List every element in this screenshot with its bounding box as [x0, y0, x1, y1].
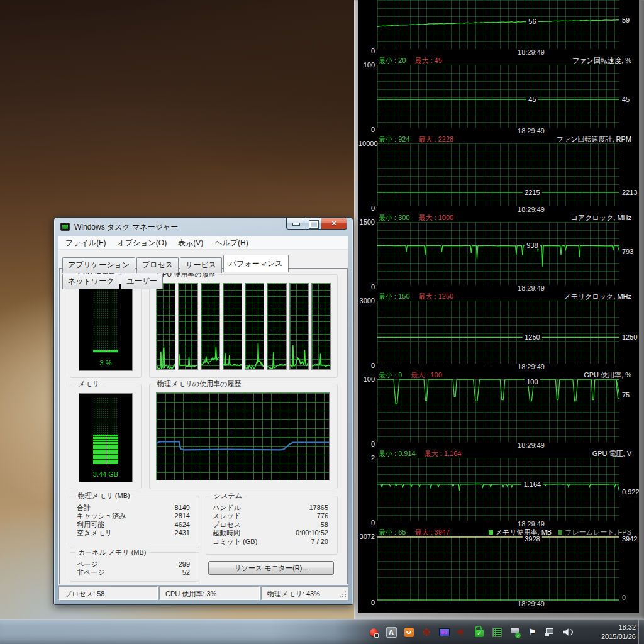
time-label: 18:29:49	[518, 600, 545, 608]
gauge-dim-area	[93, 288, 118, 350]
max-value-label: 最大 : 1250	[419, 292, 454, 300]
series-mid-value: 938	[525, 242, 540, 249]
legend-swatch-icon	[489, 530, 493, 535]
group-title-memory: メモリ	[75, 379, 102, 389]
caption-buttons: ×	[286, 218, 347, 230]
network-icon[interactable]	[543, 624, 556, 640]
tab-3[interactable]: パフォーマンス	[223, 255, 289, 272]
sensor-plot	[377, 143, 619, 206]
tab-4[interactable]: ネットワーク	[62, 274, 119, 289]
afterburner-grid-icon[interactable]	[491, 624, 503, 640]
ime-a-icon[interactable]: A	[385, 624, 397, 640]
group-title-system: システム	[211, 491, 245, 501]
physical-memory-group: 物理メモリ (MB) 合計8149キャッシュ済み2814利用可能4624空きメモ…	[70, 496, 199, 548]
minimize-button[interactable]	[286, 218, 304, 230]
cpu-history-group: CPU 使用率の履歴	[149, 274, 338, 378]
max-value-label: 最大 : 3947	[414, 528, 450, 536]
sensor-plot	[377, 222, 619, 285]
system-rows: ハンドル17865スレッド776プロセス58起動時間0:00:10:52コミット…	[213, 504, 328, 546]
kernel-memory-rows: ページ299非ページ52	[77, 560, 190, 577]
stat-label: キャッシュ済み	[77, 512, 126, 520]
sensor-pane-3: 最小 : 300最大 : 1000コアクロック, MHz938793150001…	[358, 214, 639, 292]
sensor-pane-5: 最小 : 0最大 : 100GPU 使用率, %10075100018:29:4…	[358, 371, 639, 450]
series-right-value: 0	[619, 594, 639, 601]
title-bar[interactable]: Windows タスク マネージャー ×	[54, 218, 353, 236]
cpu-core-history-1	[178, 283, 197, 370]
taskbar: A 60 ✓ ✓ ⚑ 18:32 2015/01/26	[0, 619, 644, 644]
stat-value: 7 / 20	[311, 538, 328, 546]
memory-gauge-fill	[93, 435, 118, 464]
sensor-time-row: 018:29:49	[377, 128, 619, 135]
task-manager-window: Windows タスク マネージャー × ファイル(F)オプション(O)表示(V…	[53, 217, 353, 605]
tab-strip: アプリケーションプロセスサービスパフォーマンスネットワークユーザー	[58, 250, 348, 268]
stat-value: 2431	[175, 529, 190, 537]
sensor-legend: メモリ使用率, MBフレームレート, FPS	[489, 528, 631, 536]
sensor-plot-row: 3928394203072	[377, 536, 619, 601]
resource-monitor-button[interactable]: リソース モニター(R)...	[208, 561, 334, 575]
cpu-core-history-3	[223, 283, 242, 370]
stat-label: プロセス	[213, 521, 241, 529]
tab-1[interactable]: プロセス	[136, 257, 179, 273]
sensor-pane-2: 最小 : 924最大 : 2228ファン回転速度計, RPM2215221310…	[358, 135, 639, 214]
group-title-kernel-memory: カーネル メモリ (MB)	[75, 548, 149, 557]
stat-label: 非ページ	[77, 569, 105, 577]
red-status-ball-icon[interactable]	[367, 624, 380, 640]
green-unlock-icon[interactable]: ✓	[473, 624, 486, 640]
stat-label: 起動時間	[213, 529, 240, 537]
sensor-time-row: 018:29:49	[377, 521, 619, 528]
fps-60-icon[interactable]: 60	[438, 624, 450, 640]
stat-value: 58	[321, 521, 328, 529]
series-mid-value: 2215	[523, 189, 541, 196]
series-right-value: 2213	[619, 189, 639, 196]
cpu-usage-gauge: 3 %	[79, 284, 133, 371]
tab-0[interactable]: アプリケーション	[62, 257, 135, 273]
window-body: アプリケーションプロセスサービスパフォーマンスネットワークユーザー CPU 使用…	[58, 250, 348, 585]
y-axis-max-label: 2	[358, 454, 375, 462]
muted-speaker-icon[interactable]	[455, 624, 468, 640]
menu-item-1[interactable]: オプション(O)	[111, 236, 172, 250]
java-icon[interactable]	[402, 624, 415, 640]
sensor-pane-7: 最小 : 65最大 : 3947メモリ使用率, MBフレームレート, FPS39…	[358, 528, 639, 608]
series-mid-value: 56	[526, 18, 538, 25]
volume-icon[interactable]	[561, 624, 574, 640]
sensor-name: GPU 電圧, V	[592, 450, 631, 458]
sensor-pane-4: 最小 : 150最大 : 1250メモリクロック, MHz12501250300…	[358, 292, 639, 371]
show-desktop-button[interactable]	[638, 620, 644, 644]
tab-2[interactable]: サービス	[180, 257, 222, 273]
hardware-monitor-panel: 5659018:29:49最小 : 20最大 : 45ファン回転速度, %454…	[354, 0, 644, 619]
action-center-flag-icon[interactable]: ⚑	[526, 624, 538, 640]
sensor-time-row: 018:29:49	[377, 364, 619, 371]
sensor-plot	[377, 379, 619, 442]
min-value-label: 最小 : 65	[379, 528, 406, 536]
maximize-button[interactable]	[304, 218, 321, 230]
sensor-plot	[377, 301, 619, 364]
close-button[interactable]: ×	[321, 218, 347, 230]
time-label: 18:29:49	[518, 284, 545, 292]
series-right-value: 45	[619, 96, 639, 103]
sensor-plot-row: 1.1640.9222	[377, 458, 619, 521]
stat-row: 非ページ52	[77, 569, 190, 577]
sensor-pane-header: 最小 : 0.914最大 : 1.164GPU 電圧, V	[358, 450, 639, 458]
series-right-value: 793	[619, 248, 639, 255]
stat-row: ページ299	[77, 560, 190, 569]
max-value-label: 最大 : 100	[411, 371, 442, 379]
menu-item-2[interactable]: 表示(V)	[172, 236, 209, 250]
safely-remove-icon[interactable]: ✓	[508, 624, 521, 640]
max-value-label: 最大 : 45	[414, 57, 441, 64]
sensor-plot-row: 125012503000	[377, 301, 619, 364]
taskbar-clock[interactable]: 18:32 2015/01/26	[601, 623, 636, 641]
tab-5[interactable]: ユーザー	[121, 274, 163, 289]
sensor-plot-row: 2215221310000	[377, 143, 619, 206]
menu-item-3[interactable]: ヘルプ(H)	[209, 236, 254, 250]
red-spiky-icon[interactable]	[420, 624, 433, 640]
menu-item-0[interactable]: ファイル(F)	[60, 236, 111, 250]
stat-value: 8149	[175, 504, 190, 512]
sensor-pane-0: 5659018:29:49	[358, 0, 639, 57]
sensor-pane-header: 最小 : 150最大 : 1250メモリクロック, MHz	[358, 292, 639, 301]
sensor-pane-header: 最小 : 0最大 : 100GPU 使用率, %	[358, 371, 639, 379]
stat-row: 利用可能4624	[77, 521, 190, 529]
y-axis-zero-label: 0	[358, 126, 375, 133]
y-axis-max-label: 10000	[358, 140, 375, 147]
sensor-name: メモリクロック, MHz	[564, 292, 631, 301]
time-label: 18:29:49	[518, 520, 545, 528]
